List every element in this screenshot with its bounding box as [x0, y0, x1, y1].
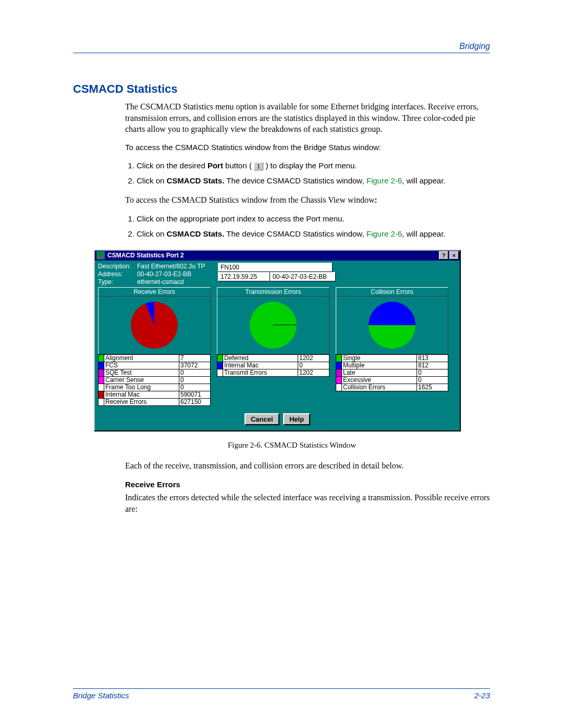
- cancel-button[interactable]: Cancel: [244, 413, 279, 425]
- receive-table: Alignment7 FCS37072 SQE Test0 Carrier Se…: [98, 354, 211, 406]
- header-section: Bridging: [73, 42, 490, 53]
- device-field: FN100: [218, 263, 333, 272]
- receive-errors-heading: Receive Errors: [125, 479, 490, 490]
- help-button[interactable]: Help: [283, 413, 310, 425]
- collision-table: Single813 Multiple812 Late0 Excessive0 C…: [336, 354, 448, 391]
- page-footer: Bridge Statistics 2-23: [73, 688, 490, 700]
- step-2b: Click on CSMACD Stats. The device CSMACD…: [137, 228, 490, 239]
- access-chassis-text: To access the CSMACD Statistics window f…: [125, 194, 490, 206]
- step-2a: Click on CSMACD Stats. The device CSMACD…: [137, 175, 490, 186]
- port-button-icon: 1: [254, 162, 263, 170]
- close-button[interactable]: ×: [449, 251, 459, 260]
- figure-caption: Figure 2-6. CSMACD Statistics Window: [94, 441, 490, 450]
- receive-errors-body: Indicates the errors detected while the …: [125, 492, 490, 514]
- figure-link[interactable]: Figure 2-6: [366, 229, 402, 238]
- step-1b: Click on the appropriate port index to a…: [137, 213, 490, 224]
- footer-right: 2-23: [474, 691, 490, 700]
- mac-field: 00-40-27-03-E2-BB: [270, 272, 336, 281]
- transmission-errors-group: Transmission Errors Deferred1202 Interna…: [217, 287, 329, 406]
- titlebar[interactable]: CSMACD Statistics Port 2 ? ×: [95, 251, 460, 261]
- transmission-table: Deferred1202 Internal Mac0 Transmit Erro…: [217, 354, 329, 377]
- receive-pie: [131, 302, 178, 349]
- collision-pie: [369, 302, 415, 349]
- ip-field: 172.19.59.25: [218, 272, 270, 281]
- collision-errors-group: Collision Errors Single813 Multiple812 L…: [336, 287, 448, 406]
- help-button[interactable]: ?: [439, 251, 448, 260]
- transmission-pie: [250, 302, 297, 349]
- step-1a: Click on the desired Port button ( 1 ) t…: [137, 160, 490, 171]
- figure-link[interactable]: Figure 2-6: [366, 176, 402, 185]
- intro-paragraph: The CSCMACD Statistics menu option is av…: [125, 101, 490, 135]
- window-title: CSMACD Statistics Port 2: [106, 252, 439, 259]
- access-bridge-text: To access the CSMACD Statistics window f…: [125, 142, 490, 153]
- info-panel: Description:Fast Ethernet/802.3u TP Addr…: [98, 263, 218, 286]
- csmacd-window: CSMACD Statistics Port 2 ? × Description…: [94, 250, 461, 431]
- device-fields: FN100 172.19.59.2500-40-27-03-E2-BB: [218, 263, 336, 283]
- section-title: CSMACD Statistics: [73, 82, 490, 96]
- receive-errors-group: Receive Errors Alignment7 FCS37072 SQE T…: [98, 287, 211, 406]
- after-figure-text: Each of the receive, transmission, and c…: [125, 460, 490, 472]
- app-icon: [96, 251, 105, 260]
- footer-left: Bridge Statistics: [73, 691, 129, 700]
